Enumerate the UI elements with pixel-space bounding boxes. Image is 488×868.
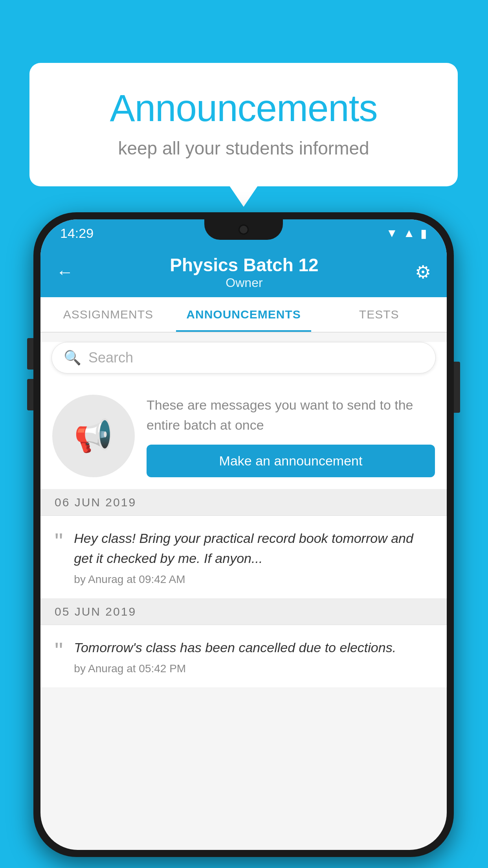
- announcement-content-1: Hey class! Bring your practical record b…: [74, 528, 433, 586]
- tab-tests[interactable]: TESTS: [311, 297, 447, 332]
- battery-icon: ▮: [420, 226, 427, 240]
- tab-announcements[interactable]: ANNOUNCEMENTS: [176, 297, 312, 332]
- volume-down-button[interactable]: [27, 379, 33, 410]
- status-icons: ▼ ▲ ▮: [386, 226, 427, 240]
- promo-icon-circle: 📢: [52, 395, 135, 477]
- content-area: 🔍 Search 📢 These are messages you want t…: [40, 342, 447, 688]
- wifi-icon: ▼: [386, 226, 398, 240]
- camera-dot: [238, 224, 249, 235]
- announcement-promo: 📢 These are messages you want to send to…: [40, 383, 447, 489]
- tabs-bar: ASSIGNMENTS ANNOUNCEMENTS TESTS: [40, 297, 447, 333]
- make-announcement-button[interactable]: Make an announcement: [147, 445, 435, 477]
- volume-up-button[interactable]: [27, 338, 33, 370]
- search-icon: 🔍: [64, 349, 81, 366]
- status-time: 14:29: [60, 226, 94, 241]
- batch-role: Owner: [170, 276, 318, 290]
- phone-mockup: 14:29 ▼ ▲ ▮ ← Physics Batch 12 Owner ⚙: [33, 212, 454, 857]
- quote-icon-2: ": [55, 639, 63, 663]
- speech-bubble: Announcements keep all your students inf…: [29, 63, 458, 186]
- app-header: ← Physics Batch 12 Owner ⚙: [40, 247, 447, 297]
- bubble-title: Announcements: [61, 86, 426, 130]
- date-separator-1: 06 JUN 2019: [40, 489, 447, 516]
- announcement-content-2: Tomorrow's class has been cancelled due …: [74, 638, 433, 675]
- announcement-text-1: Hey class! Bring your practical record b…: [74, 528, 433, 568]
- side-buttons-left: [27, 338, 33, 420]
- promo-description: These are messages you want to send to t…: [147, 395, 435, 435]
- search-placeholder: Search: [88, 349, 133, 366]
- announcement-meta-1: by Anurag at 09:42 AM: [74, 573, 433, 586]
- search-bar[interactable]: 🔍 Search: [51, 342, 436, 373]
- side-button-right: [454, 362, 460, 413]
- megaphone-icon: 📢: [74, 417, 113, 454]
- quote-icon-1: ": [55, 530, 63, 554]
- announcement-item-2: " Tomorrow's class has been cancelled du…: [40, 625, 447, 688]
- phone-outer: 14:29 ▼ ▲ ▮ ← Physics Batch 12 Owner ⚙: [33, 212, 454, 857]
- power-button[interactable]: [454, 362, 460, 413]
- speech-bubble-section: Announcements keep all your students inf…: [29, 63, 458, 186]
- announcement-item-1: " Hey class! Bring your practical record…: [40, 516, 447, 599]
- phone-screen: 14:29 ▼ ▲ ▮ ← Physics Batch 12 Owner ⚙: [40, 219, 447, 850]
- promo-content: These are messages you want to send to t…: [147, 395, 435, 477]
- tab-assignments[interactable]: ASSIGNMENTS: [40, 297, 176, 332]
- date-separator-2: 05 JUN 2019: [40, 599, 447, 625]
- back-button[interactable]: ←: [56, 262, 73, 282]
- settings-icon[interactable]: ⚙: [415, 261, 431, 283]
- announcement-meta-2: by Anurag at 05:42 PM: [74, 662, 433, 675]
- bubble-subtitle: keep all your students informed: [61, 138, 426, 159]
- phone-notch: [204, 219, 283, 240]
- announcement-text-2: Tomorrow's class has been cancelled due …: [74, 638, 433, 658]
- signal-icon: ▲: [403, 226, 415, 240]
- header-center: Physics Batch 12 Owner: [170, 254, 318, 290]
- batch-title: Physics Batch 12: [170, 254, 318, 276]
